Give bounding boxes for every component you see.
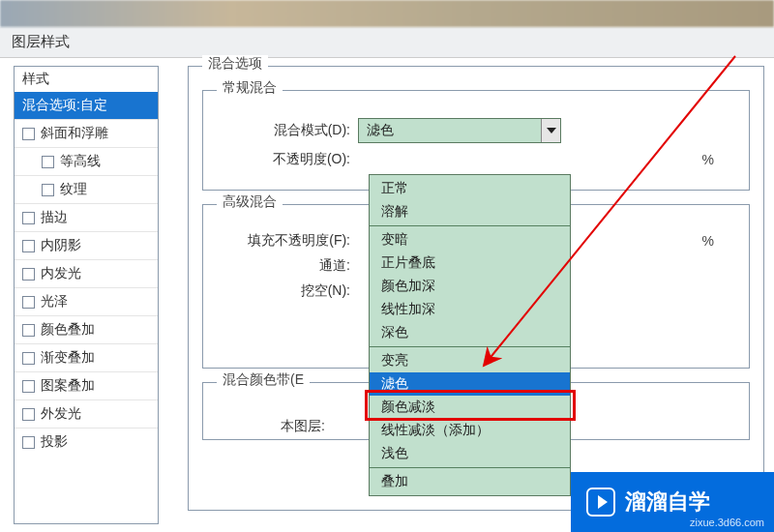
checkbox-icon[interactable] bbox=[22, 436, 35, 449]
style-item[interactable]: 渐变叠加 bbox=[15, 343, 158, 371]
dropdown-item[interactable]: 浅色 bbox=[370, 442, 570, 465]
style-item[interactable]: 图案叠加 bbox=[15, 371, 158, 399]
dropdown-item[interactable]: 颜色加深 bbox=[370, 275, 570, 298]
chevron-down-icon[interactable] bbox=[541, 119, 560, 142]
dropdown-item[interactable]: 正片叠底 bbox=[370, 251, 570, 275]
watermark-text: 溜溜自学 bbox=[625, 488, 710, 517]
style-item[interactable]: 内发光 bbox=[15, 259, 158, 287]
normal-blend-legend: 常规混合 bbox=[217, 79, 283, 97]
style-item-label: 投影 bbox=[41, 433, 68, 451]
blend-mode-value: 滤色 bbox=[367, 122, 394, 139]
watermark: 溜溜自学 zixue.3d66.com bbox=[571, 472, 774, 532]
style-item[interactable]: 外发光 bbox=[15, 399, 158, 428]
style-item-label: 颜色叠加 bbox=[41, 321, 95, 339]
blend-mode-dropdown[interactable]: 正常溶解变暗正片叠底颜色加深线性加深深色变亮滤色颜色减淡线性减淡（添加）浅色叠加 bbox=[369, 174, 571, 496]
blend-mode-combo[interactable]: 滤色 bbox=[358, 118, 561, 143]
style-item-label: 内发光 bbox=[41, 265, 81, 282]
style-item-label: 图案叠加 bbox=[41, 377, 95, 395]
opacity-row: 不透明度(O): % bbox=[223, 151, 733, 168]
dialog-title: 图层样式 bbox=[0, 27, 774, 58]
style-item[interactable]: 内阴影 bbox=[15, 231, 158, 259]
checkbox-icon[interactable] bbox=[22, 380, 35, 393]
style-item-label: 等高线 bbox=[60, 153, 101, 170]
style-item-label: 渐变叠加 bbox=[41, 349, 95, 367]
styles-panel: 样式 混合选项:自定 斜面和浮雕等高线纹理描边内阴影内发光光泽颜色叠加渐变叠加图… bbox=[14, 66, 159, 524]
checkbox-icon[interactable] bbox=[22, 128, 35, 140]
dropdown-item[interactable]: 正常 bbox=[370, 177, 570, 200]
blend-mode-row: 混合模式(D): 滤色 bbox=[223, 118, 733, 143]
color-band-legend: 混合颜色带(E bbox=[217, 371, 310, 389]
this-layer-label: 本图层: bbox=[223, 418, 333, 435]
style-item-label: 光泽 bbox=[41, 293, 68, 310]
style-item-label: 纹理 bbox=[60, 181, 87, 198]
opacity-percent: % bbox=[702, 152, 714, 167]
checkbox-icon[interactable] bbox=[22, 240, 35, 252]
style-item[interactable]: 颜色叠加 bbox=[15, 315, 158, 343]
checkbox-icon[interactable] bbox=[22, 212, 35, 224]
checkbox-icon[interactable] bbox=[22, 296, 35, 309]
dropdown-item[interactable]: 变暗 bbox=[370, 228, 570, 251]
checkbox-icon[interactable] bbox=[22, 352, 35, 365]
style-item[interactable]: 纹理 bbox=[15, 175, 158, 203]
style-item-label: 描边 bbox=[41, 209, 68, 226]
blend-options-legend: 混合选项 bbox=[202, 55, 268, 73]
styles-active-item[interactable]: 混合选项:自定 bbox=[15, 92, 158, 119]
style-item[interactable]: 斜面和浮雕 bbox=[15, 119, 158, 147]
watermark-sub: zixue.3d66.com bbox=[690, 517, 764, 528]
opacity-label: 不透明度(O): bbox=[223, 151, 358, 168]
style-item[interactable]: 光泽 bbox=[15, 287, 158, 315]
dropdown-item[interactable]: 变亮 bbox=[370, 349, 570, 372]
dropdown-item[interactable]: 溶解 bbox=[370, 200, 570, 223]
dropdown-item[interactable]: 深色 bbox=[370, 321, 570, 344]
style-item[interactable]: 描边 bbox=[15, 203, 158, 231]
dropdown-item[interactable]: 线性减淡（添加） bbox=[370, 419, 570, 442]
checkbox-icon[interactable] bbox=[22, 324, 35, 337]
styles-header: 样式 bbox=[15, 67, 158, 92]
dropdown-item[interactable]: 叠加 bbox=[370, 470, 570, 493]
blend-mode-label: 混合模式(D): bbox=[223, 122, 358, 139]
checkbox-icon[interactable] bbox=[22, 408, 35, 421]
checkbox-icon[interactable] bbox=[42, 156, 54, 168]
style-item-label: 斜面和浮雕 bbox=[41, 125, 108, 142]
checkbox-icon[interactable] bbox=[42, 184, 54, 196]
style-item[interactable]: 等高线 bbox=[15, 147, 158, 175]
channel-label: 通道: bbox=[223, 257, 358, 275]
dropdown-item[interactable]: 颜色减淡 bbox=[370, 396, 570, 419]
window-titlebar-bg bbox=[0, 0, 774, 27]
dropdown-item[interactable]: 线性加深 bbox=[370, 298, 570, 321]
fill-opacity-percent: % bbox=[702, 233, 714, 249]
style-item-label: 内阴影 bbox=[41, 237, 81, 254]
checkbox-icon[interactable] bbox=[22, 268, 35, 281]
knockout-label: 挖空(N): bbox=[223, 282, 358, 300]
dropdown-item[interactable]: 滤色 bbox=[370, 372, 570, 396]
style-item[interactable]: 投影 bbox=[15, 428, 158, 456]
fill-opacity-label: 填充不透明度(F): bbox=[223, 232, 358, 250]
style-item-label: 外发光 bbox=[41, 405, 81, 423]
advanced-blend-legend: 高级混合 bbox=[217, 193, 283, 211]
play-icon bbox=[586, 488, 615, 517]
